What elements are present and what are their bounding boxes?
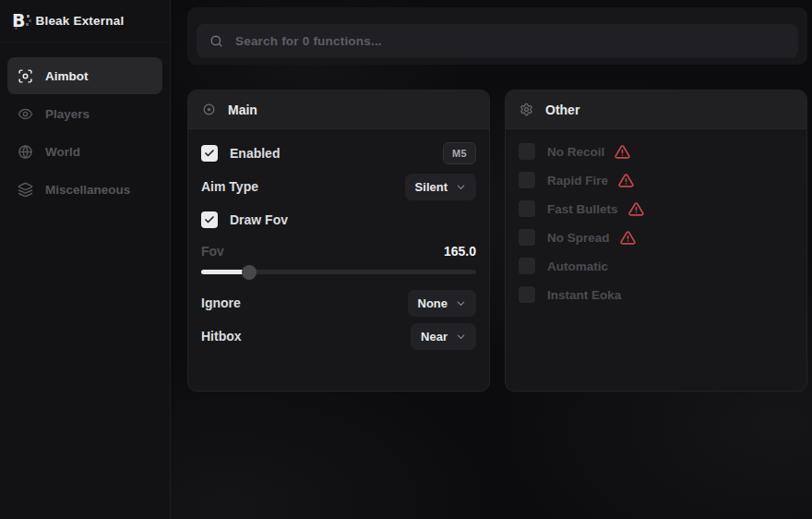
- warning-icon: [618, 173, 634, 188]
- other-item-label: Fast Bullets: [547, 202, 618, 216]
- chevron-down-icon: [456, 298, 466, 308]
- other-item-checkbox[interactable]: [519, 172, 535, 188]
- search-card: Search for 0 functions...: [187, 7, 807, 65]
- app-logo: B: [12, 12, 25, 30]
- sidebar-item-label: Miscellaneous: [45, 183, 130, 197]
- other-item-label: No Spread: [547, 231, 610, 245]
- hitbox-label: Hitbox: [201, 329, 242, 344]
- other-item-label: No Recoil: [547, 145, 604, 159]
- panel-main-header: Main: [188, 91, 489, 129]
- sidebar-item-players[interactable]: Players: [7, 95, 162, 132]
- aim-type-value: Silent: [415, 180, 448, 194]
- other-item-label: Rapid Fire: [547, 174, 608, 187]
- hitbox-select[interactable]: Near: [411, 323, 476, 350]
- warning-icon: [620, 230, 636, 246]
- app-title: Bleak External: [35, 14, 124, 28]
- other-item-row: No Recoil: [519, 142, 794, 161]
- sidebar: B Bleak External AimbotPlayersWorldMisce…: [0, 0, 171, 519]
- eye-icon: [18, 106, 33, 122]
- globe-icon: [18, 144, 33, 160]
- other-item-checkbox[interactable]: [519, 286, 535, 303]
- main-content: Search for 0 functions... Main Enabled M…: [172, 0, 812, 392]
- aim-type-label: Aim Type: [201, 179, 258, 194]
- aim-type-select[interactable]: Silent: [405, 174, 476, 200]
- draw-fov-label: Draw Fov: [230, 212, 288, 227]
- enabled-label: Enabled: [230, 146, 280, 161]
- check-icon: [204, 148, 215, 159]
- warning-icon: [615, 144, 630, 160]
- warning-icon: [628, 201, 644, 217]
- other-item-checkbox[interactable]: [519, 200, 535, 217]
- search-placeholder: Search for 0 functions...: [235, 34, 382, 48]
- other-item-row: No Spread: [519, 228, 794, 247]
- fov-label: Fov: [201, 244, 224, 259]
- search-icon: [209, 34, 223, 48]
- chevron-down-icon: [456, 182, 466, 192]
- aim-type-row: Aim Type Silent: [201, 175, 476, 198]
- brand: B Bleak External: [0, 0, 170, 42]
- sidebar-item-miscellaneous[interactable]: Miscellaneous: [7, 171, 162, 208]
- ignore-value: None: [418, 296, 448, 310]
- other-item-checkbox[interactable]: [519, 258, 535, 274]
- ignore-label: Ignore: [201, 296, 241, 310]
- sidebar-item-label: Players: [45, 107, 90, 121]
- other-item-row: Instant Eoka: [519, 285, 794, 304]
- other-item-checkbox[interactable]: [519, 143, 535, 160]
- draw-fov-checkbox[interactable]: [201, 211, 218, 228]
- fov-value: 165.0: [444, 244, 476, 259]
- fov-row: Fov 165.0: [201, 242, 476, 260]
- other-item-row: Rapid Fire: [519, 171, 794, 189]
- sidebar-item-aimbot[interactable]: Aimbot: [7, 57, 162, 94]
- chevron-down-icon: [456, 332, 466, 342]
- crosshair-icon: [18, 68, 33, 84]
- fov-slider[interactable]: [201, 270, 476, 274]
- other-item-row: Automatic: [519, 257, 794, 275]
- sidebar-item-world[interactable]: World: [7, 133, 162, 170]
- draw-fov-row: Draw Fov: [201, 209, 476, 231]
- panel-other: Other No RecoilRapid FireFast BulletsNo …: [505, 90, 807, 392]
- enabled-checkbox[interactable]: [201, 145, 218, 162]
- other-item-checkbox[interactable]: [519, 229, 535, 246]
- panel-main-title: Main: [228, 103, 257, 117]
- sidebar-nav: AimbotPlayersWorldMiscellaneous: [0, 42, 170, 223]
- panel-main: Main Enabled M5 Aim Type Silent: [187, 90, 490, 392]
- check-icon: [204, 214, 215, 225]
- panel-other-title: Other: [545, 103, 579, 117]
- layers-icon: [18, 182, 33, 198]
- hitbox-row: Hitbox Near: [201, 325, 476, 347]
- hitbox-value: Near: [421, 330, 448, 344]
- fov-slider-knob[interactable]: [242, 265, 257, 280]
- panel-other-header: Other: [506, 91, 806, 129]
- target-icon: [202, 103, 216, 116]
- sidebar-item-label: Aimbot: [45, 69, 89, 83]
- ignore-row: Ignore None: [201, 292, 476, 314]
- search-input[interactable]: Search for 0 functions...: [197, 24, 798, 58]
- ignore-select[interactable]: None: [408, 290, 477, 317]
- enabled-row: Enabled M5: [201, 142, 476, 164]
- other-item-label: Instant Eoka: [547, 288, 621, 302]
- gear-icon: [519, 103, 533, 116]
- sidebar-item-label: World: [45, 145, 80, 159]
- other-item-row: Fast Bullets: [519, 199, 794, 218]
- keybind-badge[interactable]: M5: [443, 142, 476, 164]
- other-item-label: Automatic: [547, 260, 608, 273]
